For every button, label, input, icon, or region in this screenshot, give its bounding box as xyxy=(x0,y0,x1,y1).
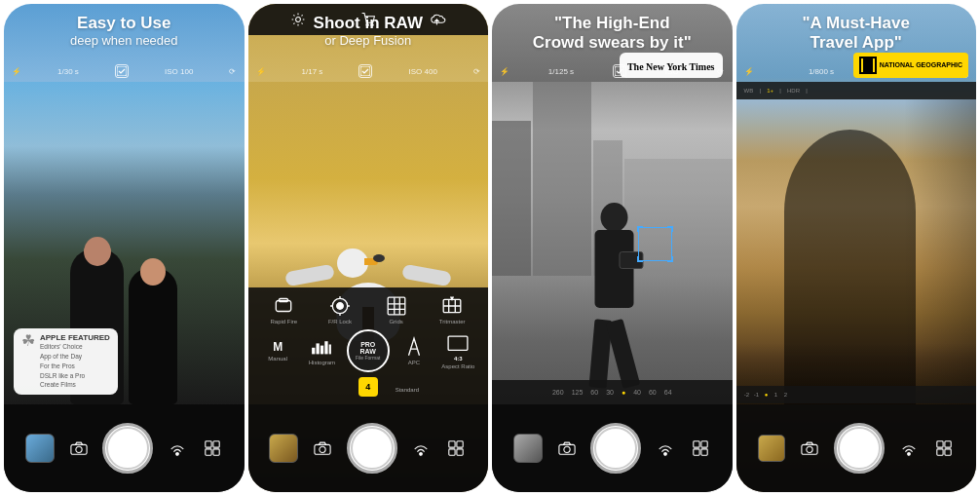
badge-item-2: App of the Day xyxy=(40,352,110,362)
shutter-value-2: 1/17 s xyxy=(302,67,323,76)
ctrl-manual[interactable]: M Manual xyxy=(258,340,297,362)
natgeo-logo-inner xyxy=(863,58,873,72)
ruler-val-4: 30 xyxy=(606,389,614,396)
ctrl-tritmaster[interactable]: Tritmaster xyxy=(433,295,471,324)
gallery-btn-4[interactable] xyxy=(758,435,785,462)
rt-sep3: | xyxy=(804,88,810,94)
camera-icon-4 xyxy=(799,438,820,459)
ctrl-apc-label: APC xyxy=(408,360,420,365)
person-2 xyxy=(129,268,177,404)
svg-rect-25 xyxy=(325,341,328,354)
pro-raw-circle[interactable]: PRO RAW File Format xyxy=(347,329,390,372)
camera-topbar-1: ⚡ 1/30 s ISO 100 ⟳ xyxy=(4,60,245,82)
ctrl-fr-lock[interactable]: F/R Lock xyxy=(320,295,359,324)
camera-icon-3 xyxy=(556,438,578,459)
ctrl-aspect-label: Aspect Ratio xyxy=(441,363,474,369)
svg-rect-23 xyxy=(317,344,320,355)
svg-rect-34 xyxy=(449,441,455,447)
rt-hdr: HDR xyxy=(787,88,800,94)
grid-btn-4[interactable] xyxy=(933,438,955,459)
ruler-top-4: WB | 1+ | HDR | xyxy=(736,82,977,99)
ruler-strip-3: 260 125 60 30 ● 40 60 64 xyxy=(492,380,733,404)
ctrl-rapid-fire[interactable]: Rapid Fire xyxy=(264,295,303,324)
svg-rect-7 xyxy=(212,449,218,455)
ctrl-tritmaster-label: Tritmaster xyxy=(439,319,466,324)
svg-point-32 xyxy=(320,446,325,452)
tritmaster-icon xyxy=(441,295,463,317)
thumb-preview-4 xyxy=(758,435,785,462)
gallery-btn-2[interactable] xyxy=(269,434,298,463)
camera-bottom-3 xyxy=(492,404,733,492)
svg-rect-0 xyxy=(117,66,127,76)
camera-mode-btn-1[interactable] xyxy=(68,438,90,459)
grid-icon-3 xyxy=(690,438,711,459)
ctrl-apc[interactable]: APC xyxy=(395,336,433,365)
photo-area-3 xyxy=(492,82,733,404)
shutter-inner-3 xyxy=(594,427,637,470)
camera-mode-btn-4[interactable] xyxy=(799,438,820,459)
bg-arch xyxy=(736,99,977,404)
ctrl-grids[interactable]: Grids xyxy=(377,295,416,324)
screen-4: "A Must-HaveTravel App" NATIONAL GEOGRAP… xyxy=(736,4,977,492)
badge-text: Apple Featured Editors' Choice App of th… xyxy=(40,333,110,390)
camera-topbar-2: ⚡ 1/17 s ISO 400 ⟳ xyxy=(248,60,489,82)
ctrl-fr-lock-label: F/R Lock xyxy=(328,319,352,324)
screen-3-title: "The High-EndCrowd swears by it" xyxy=(507,14,718,54)
flash-icon-4: ⚡ xyxy=(744,67,754,76)
svg-rect-4 xyxy=(205,441,210,447)
shutter-button-4[interactable] xyxy=(834,423,885,474)
thumb-preview-1 xyxy=(25,434,55,463)
checkbox-2 xyxy=(358,64,372,78)
grid-btn-3[interactable] xyxy=(690,438,711,459)
shutter-button-1[interactable] xyxy=(102,423,153,474)
gallery-btn-3[interactable] xyxy=(513,434,543,463)
fc-tr xyxy=(667,226,673,232)
wireless-btn-1[interactable] xyxy=(167,438,188,459)
man-body xyxy=(595,230,634,308)
svg-rect-44 xyxy=(693,449,698,455)
screen-2-title: Shoot in RAW xyxy=(263,14,474,33)
svg-rect-51 xyxy=(945,441,951,447)
screen-3: "The High-EndCrowd swears by it" The New… xyxy=(492,4,733,492)
svg-rect-50 xyxy=(937,441,943,447)
pro-raw-text-2: RAW xyxy=(360,348,376,355)
screen-4-title: "A Must-HaveTravel App" xyxy=(751,14,962,54)
rapid-fire-icon xyxy=(273,295,294,317)
screens-container: Easy to Use deep when needed ⚡ 1/30 s IS… xyxy=(0,0,980,496)
fc-bl xyxy=(637,256,643,262)
grid-btn-2[interactable] xyxy=(445,438,467,459)
standard-text: Standard xyxy=(396,387,419,393)
ruler-bottom-4: -2 -1 ● 1 2 xyxy=(736,386,977,403)
ctrl-histogram[interactable]: Histogram xyxy=(302,336,341,365)
man-leg-right xyxy=(606,319,641,389)
controls-row-bot: 4 Standard xyxy=(256,377,481,397)
badge-item-4: DSLR like a Pro xyxy=(40,371,110,381)
photo-area-4 xyxy=(736,99,977,404)
ctrl-aspect[interactable]: 4:3 Aspect Ratio xyxy=(438,332,477,369)
shutter-inner-1 xyxy=(106,427,149,470)
shutter-value-3: 1/125 s xyxy=(548,67,574,76)
wireless-btn-4[interactable] xyxy=(898,438,920,459)
thumb-preview-3 xyxy=(513,434,543,463)
grid-btn-1[interactable] xyxy=(202,438,223,459)
laurel-icon: ☘ xyxy=(21,333,35,349)
grids-icon xyxy=(386,295,407,317)
fc-tl xyxy=(637,226,643,232)
seagull-head xyxy=(337,248,368,278)
head-1 xyxy=(84,237,111,266)
shutter-button-3[interactable] xyxy=(590,423,641,474)
camera-mode-btn-3[interactable] xyxy=(556,438,578,459)
svg-rect-52 xyxy=(937,449,943,455)
screen-1-subtitle: deep when needed xyxy=(19,33,230,48)
wireless-btn-2[interactable] xyxy=(410,438,432,459)
wireless-btn-3[interactable] xyxy=(655,438,676,459)
camera-mode-btn-2[interactable] xyxy=(312,438,333,459)
badge-item-5: Create Films xyxy=(40,380,110,390)
ruler-val-7: 64 xyxy=(664,389,672,396)
shutter-button-2[interactable] xyxy=(347,423,397,474)
shutter-inner-2 xyxy=(351,427,394,470)
gallery-btn-1[interactable] xyxy=(25,434,55,463)
badge-item-3: For the Pros xyxy=(40,362,110,371)
wireless-icon-1 xyxy=(167,438,188,459)
format-num[interactable]: 4 xyxy=(358,377,378,397)
